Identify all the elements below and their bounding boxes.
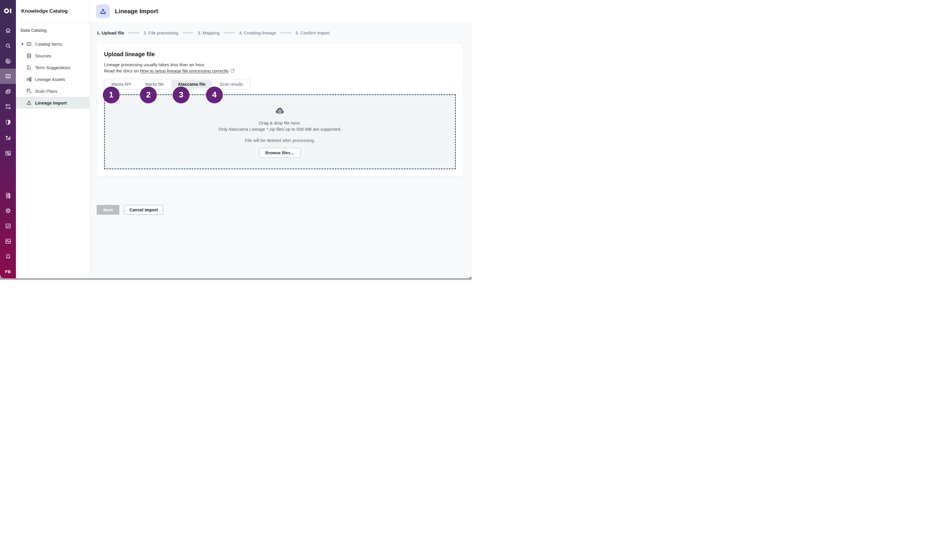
rail-nav-notifications[interactable] [0,250,16,263]
annotation-badge-1[interactable]: 1 [103,86,120,103]
import-stepper: 1. Upload file 2. File processing 3. Map… [97,29,329,36]
rail-nav-search[interactable] [0,39,16,52]
step-upload-file: 1. Upload file [97,30,124,35]
rail-nav-settings[interactable] [0,204,16,217]
dropzone-note: File will be deleted after processing. [245,138,315,143]
open-book-icon [5,73,11,80]
step-confirm-import: 5. Confirm import [296,30,329,35]
ataccama-logo-icon [3,8,12,14]
card-description-prefix: Read the docs on [104,68,140,73]
screen: FB Knowledge Catalog Data Catalog [0,0,471,280]
sidebar-item-term-suggestions[interactable]: Term Suggestions [16,62,90,73]
document-search-icon [5,192,11,199]
org-lists-icon [5,103,11,110]
sidebar-item-label: Sources [35,53,51,58]
sidebar-item-label: Term Suggestions [35,65,70,70]
page-icon-tile [96,5,110,18]
cloud-upload-icon [275,106,285,115]
insights-chart-icon [5,134,11,141]
step-connector [182,32,194,33]
open-book-icon [26,41,32,47]
annotation-badge-2[interactable]: 2 [140,86,157,103]
sidebar-section-label: Data Catalog [21,28,47,33]
copy-files-icon [5,88,11,95]
home-icon [5,27,11,34]
card-title: Upload lineage file [104,51,456,58]
annotation-badge-3[interactable]: 3 [173,86,190,103]
sidebar-item-catalog-items[interactable]: Catalog Items [16,38,90,50]
search-icon [5,42,11,49]
sidebar-item-label: Scan Plans [35,89,57,94]
eq-search-icon [5,150,11,157]
sidebar-item-sources[interactable]: Sources [16,50,90,62]
upload-card: Upload lineage file Lineage processing u… [97,43,463,176]
tab-scan-results[interactable]: Scan results [213,80,250,88]
sidebar-item-lineage-import[interactable]: Lineage Import [16,97,90,109]
rail-nav-activity[interactable] [0,235,16,248]
checkbox-check-icon [5,223,11,229]
sidebar-item-label: Lineage Assets [35,77,65,82]
step-file-processing: 2. File processing [144,30,178,35]
dropzone-line1: Drag & drop file here. [259,120,301,126]
file-dropzone[interactable]: Drag & drop file here. Only Ataccama Lin… [104,94,456,169]
scan-plans-icon [26,88,32,94]
app-window: FB Knowledge Catalog Data Catalog [0,0,471,278]
expand-caret[interactable] [20,42,25,45]
sidebar-item-lineage-assets[interactable]: Lineage Assets [16,73,90,85]
tab-manta-file[interactable]: Manta file [139,80,170,88]
rail-nav-monitoring[interactable] [0,147,16,160]
caret-right-icon [21,42,24,45]
sidebar-item-label: Lineage Import [35,100,67,105]
upload-icon [26,100,32,106]
app-rail: FB [0,0,16,278]
step-connector [128,32,139,33]
rail-nav-audit[interactable] [0,189,16,202]
rail-nav-policies[interactable] [0,116,16,129]
page-title: Lineage Import [115,8,158,15]
upload-icon [99,8,107,15]
rail-nav-home[interactable] [0,24,16,37]
card-description-line1: Lineage processing usually takes less th… [104,62,456,68]
step-creating-lineage: 4. Creating lineage [239,30,276,35]
next-button[interactable]: Next [97,205,119,215]
external-link-icon [230,68,235,74]
rail-nav-knowledge-catalog[interactable] [0,69,16,84]
ataccama-logo[interactable] [0,5,16,17]
main-area: Lineage Import 1. Upload file 2. File pr… [90,0,471,278]
page-content: 1. Upload file 2. File processing 3. Map… [90,23,471,278]
sidebar: Knowledge Catalog Data Catalog Cat [16,0,90,278]
cancel-import-button[interactable]: Cancel import [124,205,163,215]
dropzone-line2: Only Ataccama Lineage *.zip files up to … [219,126,341,132]
docs-link[interactable]: How to setup lineage file processing cor… [140,68,229,73]
rail-nav-documents[interactable] [0,85,16,98]
card-description-line2: Read the docs on How to setup lineage fi… [104,68,456,74]
radar-icon [5,58,11,65]
wizard-actions: Next Cancel import [97,205,163,215]
step-connector [280,32,292,33]
browse-files-button[interactable]: Browse files… [259,148,301,158]
rail-nav-insights[interactable] [0,131,16,144]
shield-icon [5,119,11,126]
rail-nav-tasks[interactable] [0,219,16,232]
sidebar-item-scan-plans[interactable]: Scan Plans [16,85,90,97]
gear-icon [5,207,11,214]
lineage-icon [26,76,32,82]
bell-icon [5,253,11,260]
tag-icon [26,65,32,71]
page-header: Lineage Import [90,0,471,23]
sidebar-header: Knowledge Catalog [16,0,89,23]
sidebar-title: Knowledge Catalog [21,8,68,14]
annotation-badge-4[interactable]: 4 [206,86,223,103]
sidebar-item-label: Catalog Items [35,42,62,46]
sidebar-nav-list: Catalog Items Sources [16,38,90,109]
step-connector [224,32,235,33]
rail-nav-data-quality[interactable] [0,54,16,68]
database-icon [26,53,32,59]
monitor-pulse-icon [5,238,11,245]
rail-nav-business-glossary[interactable] [0,100,16,113]
user-avatar[interactable]: FB [0,269,16,274]
step-mapping: 3. Mapping [198,30,219,35]
